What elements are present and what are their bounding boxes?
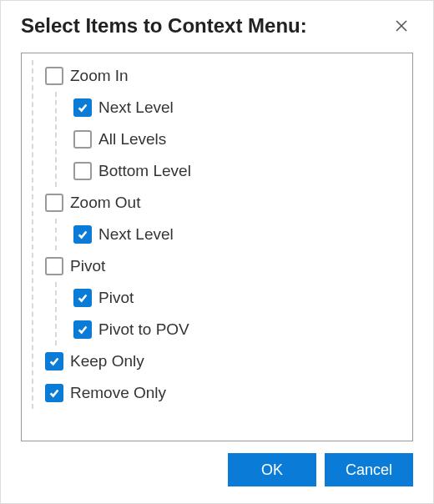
tree-label: Pivot (98, 289, 134, 307)
tree-label: Bottom Level (98, 162, 191, 180)
checkbox[interactable] (73, 320, 92, 339)
tree-node-zoom-out: Zoom Out Next Level (45, 187, 404, 250)
tree-scroll[interactable]: Zoom In Next Level All Levels (22, 53, 412, 441)
tree-node-pivot: Pivot Pivot Pivot to POV (45, 250, 404, 345)
checkbox[interactable] (45, 384, 63, 402)
tree-guide-line (55, 92, 57, 187)
checkbox[interactable] (45, 352, 63, 370)
tree-container: Zoom In Next Level All Levels (21, 53, 413, 441)
cancel-button[interactable]: Cancel (325, 453, 413, 486)
checkbox[interactable] (73, 289, 92, 307)
dialog-header: Select Items to Context Menu: (21, 14, 413, 38)
tree-row[interactable]: Zoom In (45, 60, 404, 92)
tree-label: Remove Only (70, 384, 166, 402)
checkbox[interactable] (45, 257, 63, 275)
checkbox[interactable] (45, 194, 63, 212)
tree-label: Pivot to POV (98, 320, 189, 339)
close-button[interactable] (390, 14, 413, 38)
tree-label: Next Level (98, 225, 174, 244)
checkbox[interactable] (73, 98, 92, 117)
tree-guide-line (32, 60, 33, 409)
tree-row[interactable]: Next Level (73, 92, 404, 123)
tree-label: Next Level (98, 98, 174, 117)
tree-row[interactable]: Keep Only (45, 345, 404, 377)
check-icon (48, 355, 60, 367)
tree-label: Pivot (70, 257, 105, 275)
tree-label: Zoom Out (70, 194, 140, 212)
checkbox[interactable] (73, 162, 92, 180)
tree-row[interactable]: Pivot to POV (73, 314, 404, 345)
checkbox[interactable] (73, 130, 92, 149)
tree-label: Zoom In (70, 67, 129, 85)
dialog: Select Items to Context Menu: Zoom In (1, 1, 433, 503)
tree-node-zoom-in: Zoom In Next Level All Levels (45, 60, 404, 187)
tree-node-keep-only: Keep Only (45, 345, 404, 377)
tree-guide-line (55, 219, 57, 250)
tree-root: Zoom In Next Level All Levels (27, 60, 404, 409)
close-icon (395, 19, 408, 33)
checkbox[interactable] (73, 225, 92, 244)
tree-row[interactable]: Bottom Level (73, 155, 404, 187)
check-icon (77, 229, 88, 240)
tree-children: Pivot Pivot to POV (45, 282, 404, 345)
tree-row[interactable]: Next Level (73, 219, 404, 250)
check-icon (77, 324, 88, 335)
tree-children: Next Level (45, 219, 404, 250)
tree-row[interactable]: Zoom Out (45, 187, 404, 219)
dialog-buttons: OK Cancel (21, 441, 413, 486)
ok-button[interactable]: OK (228, 453, 316, 486)
check-icon (77, 102, 88, 113)
check-icon (77, 292, 88, 304)
tree-row[interactable]: Remove Only (45, 377, 404, 409)
tree-row[interactable]: Pivot (73, 282, 404, 314)
checkbox[interactable] (45, 67, 63, 85)
tree-row[interactable]: All Levels (73, 123, 404, 155)
tree-label: Keep Only (70, 352, 144, 370)
tree-guide-line (55, 282, 57, 345)
dialog-title: Select Items to Context Menu: (21, 14, 307, 38)
tree-children: Next Level All Levels Bottom Level (45, 92, 404, 187)
tree-row[interactable]: Pivot (45, 250, 404, 282)
tree-node-remove-only: Remove Only (45, 377, 404, 409)
tree-label: All Levels (98, 130, 166, 149)
check-icon (48, 387, 60, 399)
